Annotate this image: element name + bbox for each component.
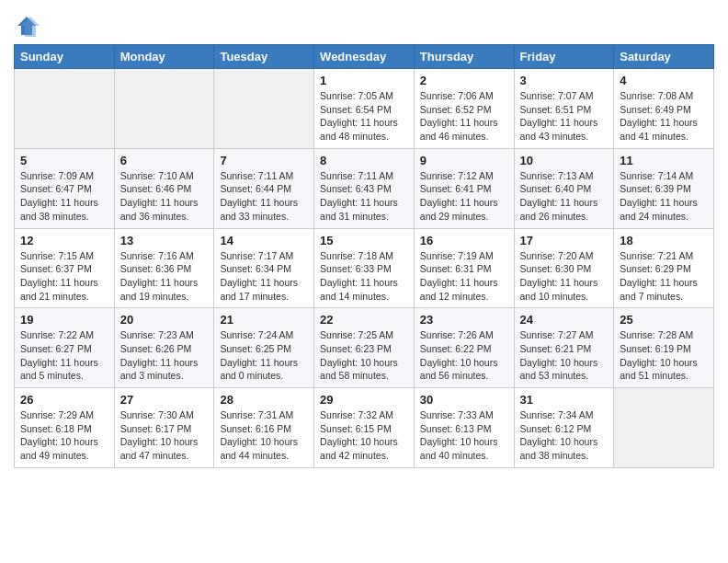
calendar-cell: 22Sunrise: 7:25 AM Sunset: 6:23 PM Dayli… <box>314 308 415 388</box>
day-number: 14 <box>220 234 308 247</box>
weekday-header-saturday: Saturday <box>614 45 714 69</box>
day-info: Sunrise: 7:27 AM Sunset: 6:21 PM Dayligh… <box>520 328 609 383</box>
calendar-cell <box>15 69 115 149</box>
calendar-cell <box>214 69 314 149</box>
day-number: 10 <box>520 154 609 167</box>
day-info: Sunrise: 7:12 AM Sunset: 6:41 PM Dayligh… <box>420 169 508 224</box>
day-info: Sunrise: 7:29 AM Sunset: 6:18 PM Dayligh… <box>20 408 108 463</box>
calendar-cell: 21Sunrise: 7:24 AM Sunset: 6:25 PM Dayli… <box>214 308 314 388</box>
day-number: 6 <box>120 154 209 167</box>
day-number: 9 <box>420 154 508 167</box>
calendar-week-row: 19Sunrise: 7:22 AM Sunset: 6:27 PM Dayli… <box>15 308 714 388</box>
day-number: 22 <box>320 313 408 327</box>
calendar-week-row: 5Sunrise: 7:09 AM Sunset: 6:47 PM Daylig… <box>15 148 714 228</box>
day-info: Sunrise: 7:21 AM Sunset: 6:29 PM Dayligh… <box>620 249 708 304</box>
day-info: Sunrise: 7:17 AM Sunset: 6:34 PM Dayligh… <box>220 249 308 304</box>
day-number: 13 <box>120 234 209 247</box>
day-info: Sunrise: 7:13 AM Sunset: 6:40 PM Dayligh… <box>520 169 609 224</box>
day-info: Sunrise: 7:07 AM Sunset: 6:51 PM Dayligh… <box>520 89 609 144</box>
calendar-cell: 9Sunrise: 7:12 AM Sunset: 6:41 PM Daylig… <box>414 148 514 228</box>
calendar-cell <box>614 388 714 468</box>
calendar-cell: 17Sunrise: 7:20 AM Sunset: 6:30 PM Dayli… <box>514 228 614 308</box>
calendar-week-row: 12Sunrise: 7:15 AM Sunset: 6:37 PM Dayli… <box>15 228 714 308</box>
day-number: 19 <box>20 313 108 327</box>
day-info: Sunrise: 7:14 AM Sunset: 6:39 PM Dayligh… <box>620 169 708 224</box>
day-info: Sunrise: 7:06 AM Sunset: 6:52 PM Dayligh… <box>420 89 508 144</box>
calendar-cell: 29Sunrise: 7:32 AM Sunset: 6:15 PM Dayli… <box>314 388 415 468</box>
calendar-cell: 30Sunrise: 7:33 AM Sunset: 6:13 PM Dayli… <box>414 388 514 468</box>
day-number: 31 <box>520 393 609 407</box>
day-number: 24 <box>520 313 609 327</box>
calendar-cell <box>114 69 214 149</box>
day-info: Sunrise: 7:08 AM Sunset: 6:49 PM Dayligh… <box>620 89 708 144</box>
day-info: Sunrise: 7:11 AM Sunset: 6:44 PM Dayligh… <box>220 169 308 224</box>
day-info: Sunrise: 7:11 AM Sunset: 6:43 PM Dayligh… <box>320 169 408 224</box>
calendar-cell: 14Sunrise: 7:17 AM Sunset: 6:34 PM Dayli… <box>214 228 314 308</box>
calendar-cell: 8Sunrise: 7:11 AM Sunset: 6:43 PM Daylig… <box>314 148 415 228</box>
day-info: Sunrise: 7:33 AM Sunset: 6:13 PM Dayligh… <box>420 408 508 463</box>
day-number: 25 <box>620 313 708 327</box>
day-number: 11 <box>620 154 708 167</box>
day-info: Sunrise: 7:22 AM Sunset: 6:27 PM Dayligh… <box>20 328 108 383</box>
day-number: 15 <box>320 234 408 247</box>
day-info: Sunrise: 7:05 AM Sunset: 6:54 PM Dayligh… <box>320 89 408 144</box>
day-number: 5 <box>20 154 108 167</box>
day-number: 1 <box>320 74 408 87</box>
calendar-week-row: 1Sunrise: 7:05 AM Sunset: 6:54 PM Daylig… <box>15 69 714 149</box>
day-info: Sunrise: 7:20 AM Sunset: 6:30 PM Dayligh… <box>520 249 609 304</box>
calendar-cell: 20Sunrise: 7:23 AM Sunset: 6:26 PM Dayli… <box>114 308 214 388</box>
calendar-cell: 26Sunrise: 7:29 AM Sunset: 6:18 PM Dayli… <box>15 388 115 468</box>
day-number: 20 <box>120 313 209 327</box>
day-number: 4 <box>620 74 708 87</box>
day-info: Sunrise: 7:10 AM Sunset: 6:46 PM Dayligh… <box>120 169 209 224</box>
day-info: Sunrise: 7:23 AM Sunset: 6:26 PM Dayligh… <box>120 328 209 383</box>
calendar-cell: 18Sunrise: 7:21 AM Sunset: 6:29 PM Dayli… <box>614 228 714 308</box>
day-number: 21 <box>220 313 308 327</box>
day-number: 12 <box>20 234 108 247</box>
day-info: Sunrise: 7:09 AM Sunset: 6:47 PM Dayligh… <box>20 169 108 224</box>
weekday-header-sunday: Sunday <box>15 45 115 69</box>
weekday-header-tuesday: Tuesday <box>214 45 314 69</box>
day-number: 29 <box>320 393 408 407</box>
day-number: 30 <box>420 393 508 407</box>
calendar-header: SundayMondayTuesdayWednesdayThursdayFrid… <box>15 45 714 69</box>
day-number: 27 <box>120 393 209 407</box>
calendar-cell: 16Sunrise: 7:19 AM Sunset: 6:31 PM Dayli… <box>414 228 514 308</box>
day-info: Sunrise: 7:16 AM Sunset: 6:36 PM Dayligh… <box>120 249 209 304</box>
day-info: Sunrise: 7:31 AM Sunset: 6:16 PM Dayligh… <box>220 408 308 463</box>
day-info: Sunrise: 7:15 AM Sunset: 6:37 PM Dayligh… <box>20 249 108 304</box>
calendar-body: 1Sunrise: 7:05 AM Sunset: 6:54 PM Daylig… <box>15 69 714 468</box>
calendar-cell: 1Sunrise: 7:05 AM Sunset: 6:54 PM Daylig… <box>314 69 415 149</box>
calendar-cell: 5Sunrise: 7:09 AM Sunset: 6:47 PM Daylig… <box>15 148 115 228</box>
weekday-header-wednesday: Wednesday <box>314 45 415 69</box>
calendar-cell: 19Sunrise: 7:22 AM Sunset: 6:27 PM Dayli… <box>15 308 115 388</box>
calendar-cell: 23Sunrise: 7:26 AM Sunset: 6:22 PM Dayli… <box>414 308 514 388</box>
day-number: 23 <box>420 313 508 327</box>
calendar-cell: 31Sunrise: 7:34 AM Sunset: 6:12 PM Dayli… <box>514 388 614 468</box>
logo <box>14 13 43 39</box>
page-header <box>14 9 714 39</box>
day-info: Sunrise: 7:32 AM Sunset: 6:15 PM Dayligh… <box>320 408 408 463</box>
day-number: 2 <box>420 74 508 87</box>
calendar-cell: 24Sunrise: 7:27 AM Sunset: 6:21 PM Dayli… <box>514 308 614 388</box>
calendar-cell: 10Sunrise: 7:13 AM Sunset: 6:40 PM Dayli… <box>514 148 614 228</box>
calendar-cell: 27Sunrise: 7:30 AM Sunset: 6:17 PM Dayli… <box>114 388 214 468</box>
day-number: 28 <box>220 393 308 407</box>
calendar-cell: 12Sunrise: 7:15 AM Sunset: 6:37 PM Dayli… <box>15 228 115 308</box>
calendar-cell: 3Sunrise: 7:07 AM Sunset: 6:51 PM Daylig… <box>514 69 614 149</box>
weekday-header-friday: Friday <box>514 45 614 69</box>
day-info: Sunrise: 7:19 AM Sunset: 6:31 PM Dayligh… <box>420 249 508 304</box>
calendar-cell: 25Sunrise: 7:28 AM Sunset: 6:19 PM Dayli… <box>614 308 714 388</box>
day-info: Sunrise: 7:25 AM Sunset: 6:23 PM Dayligh… <box>320 328 408 383</box>
calendar-cell: 28Sunrise: 7:31 AM Sunset: 6:16 PM Dayli… <box>214 388 314 468</box>
day-info: Sunrise: 7:18 AM Sunset: 6:33 PM Dayligh… <box>320 249 408 304</box>
day-number: 16 <box>420 234 508 247</box>
calendar-cell: 13Sunrise: 7:16 AM Sunset: 6:36 PM Dayli… <box>114 228 214 308</box>
day-number: 26 <box>20 393 108 407</box>
logo-icon <box>14 13 40 39</box>
day-info: Sunrise: 7:26 AM Sunset: 6:22 PM Dayligh… <box>420 328 508 383</box>
day-number: 8 <box>320 154 408 167</box>
calendar-cell: 6Sunrise: 7:10 AM Sunset: 6:46 PM Daylig… <box>114 148 214 228</box>
day-number: 17 <box>520 234 609 247</box>
day-info: Sunrise: 7:34 AM Sunset: 6:12 PM Dayligh… <box>520 408 609 463</box>
